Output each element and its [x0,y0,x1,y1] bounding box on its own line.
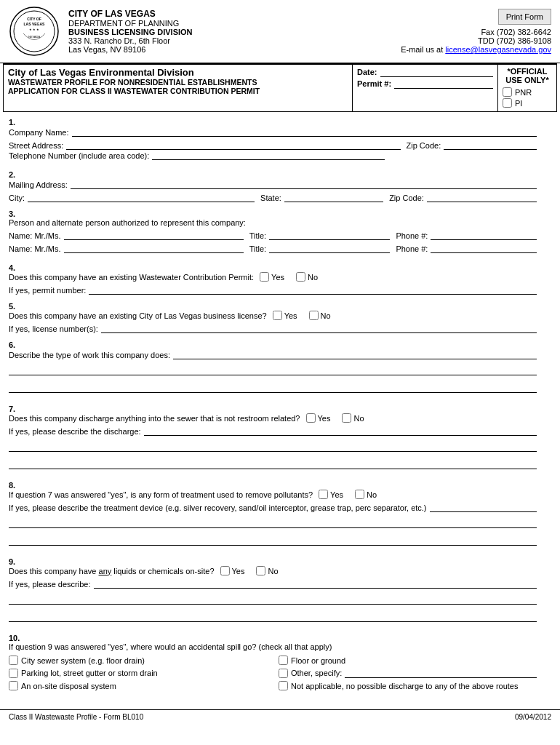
name1-field [64,230,244,240]
q7-extra-lines [9,439,537,469]
q9-yes-label: Yes [232,567,245,575]
q8-line-3 [9,533,537,546]
q5-yes-checkbox[interactable] [273,311,282,320]
svg-text:★ ★ ★: ★ ★ ★ [29,28,39,31]
q5-no-label: No [321,311,331,320]
q9-yesno-row: Does this company have any liquids or ch… [9,566,537,575]
phone-label: Telephone Number (include area code): [9,151,149,160]
q7-yes-checkbox[interactable] [306,413,316,423]
form-body: 1. Company Name: Street Address: Zip Cod… [0,112,560,704]
q5-options: Yes No [273,311,343,320]
svg-text:NEVADA: NEVADA [28,35,40,39]
q8-line-2 [9,515,537,528]
q10-cb3-label: An on-site disposal system [21,682,116,690]
q10-cb6-checkbox[interactable] [279,681,288,690]
q7-content: Does this company discharge anything int… [9,413,537,474]
street-label: Street Address: [9,141,63,150]
q4-yes-checkbox[interactable] [260,272,269,282]
q1-num: 1. [9,118,22,127]
phone-field [152,150,385,160]
q10-content: If question 9 was answered "yes", where … [9,642,537,690]
question-1: 1. Company Name: Street Address: Zip Cod… [9,118,551,163]
q8-yes-option: Yes [319,490,343,499]
q6-line-2 [9,362,537,375]
city-name: CITY OF LAS VEGAS [68,9,401,19]
state-field [284,192,383,202]
q10-cb5-checkbox[interactable] [279,669,288,678]
header-info: CITY OF LAS VEGAS DEPARTMENT OF PLANNING… [68,9,401,54]
name2-field [64,243,244,253]
email-link[interactable]: license@lasvegasnevada.gov [445,45,551,54]
phone1-field [431,230,537,240]
street-field [66,140,400,150]
question-8: 8. If question 7 was answered "yes", is … [9,481,551,550]
q10-cb3-checkbox[interactable] [9,681,18,690]
q9-options: Yes No [220,566,290,575]
date-label: Date: [357,68,377,76]
address-line: 333 N. Rancho Dr., 6th Floor [68,36,401,45]
question-5: 5. Does this company have an existing Ci… [9,302,551,333]
q10-cb1-checkbox[interactable] [9,656,18,665]
official-use-label: *OFFICIAL USE ONLY* [503,67,552,84]
print-button[interactable]: Print Form [498,9,551,25]
q6-describe-row: Describe the type of work this company d… [9,349,537,359]
footer-date: 09/04/2012 [515,713,551,721]
q9-describe-field [94,578,537,589]
q8-num: 8. [9,481,22,490]
q8-device-row: If yes, please describe the treatment de… [9,502,537,512]
q5-yes-option: Yes [273,311,297,320]
svg-point-0 [10,7,58,55]
svg-text:LAS VEGAS: LAS VEGAS [24,22,46,26]
phone1-field-group: Phone #: [396,230,537,240]
q10-cb5-item: Other, specify: [279,668,537,678]
q5-no-checkbox[interactable] [309,311,319,320]
company-label: Company Name: [9,128,69,137]
q5-license-row: If yes, license number(s): [9,323,537,333]
q6-extra-lines [9,362,537,393]
q8-text: If question 7 was answered "yes", is any… [9,490,313,499]
name1-label: Name: Mr./Ms. [9,231,61,240]
street-field-group: Street Address: [9,140,401,150]
title1-field [269,230,390,240]
q8-yes-checkbox[interactable] [319,490,328,499]
q10-cb3-item: An on-site disposal system [9,681,267,690]
q8-no-label: No [367,490,377,499]
q2-num: 2. [9,170,22,179]
pi-checkbox[interactable] [503,98,512,108]
q8-no-option: No [355,490,377,499]
title-section: City of Las Vegas Environmental Division… [3,63,557,112]
main-title: City of Las Vegas Environmental Division [8,67,348,78]
title-right: *OFFICIAL USE ONLY* PNR PI [498,65,556,111]
q7-no-checkbox[interactable] [342,413,351,423]
q9-extra-lines [9,591,537,622]
q5-yesno-row: Does this company have an existing City … [9,311,537,320]
q2-city-state-row: City: State: Zip Code: [9,192,537,202]
date-field [380,67,493,77]
q10-num: 10. [9,634,22,642]
q9-yes-checkbox[interactable] [220,566,230,575]
pnr-checkbox[interactable] [503,87,512,97]
zip2-field [427,192,537,202]
q10-cb4-checkbox[interactable] [279,656,288,665]
q9-no-checkbox[interactable] [256,566,265,575]
q5-yes-label: Yes [284,311,297,320]
q9-no-label: No [268,567,278,575]
citystate-line: Las Vegas, NV 89106 [68,45,401,54]
dept-name: DEPARTMENT OF PLANNING [68,19,401,28]
q4-no-checkbox[interactable] [296,272,305,282]
question-4: 4. Does this company have an existing Wa… [9,263,551,295]
city-label: City: [9,194,25,202]
q1-content: Company Name: Street Address: Zip Code: … [9,127,537,163]
q10-cb2-checkbox[interactable] [9,669,18,678]
q8-no-checkbox[interactable] [355,490,364,499]
date-row: Date: [357,67,493,77]
question-10: 10. If question 9 was answered "yes", wh… [9,634,551,690]
question-9: 9. Does this company have any liquids or… [9,557,551,626]
question-7: 7. Does this company discharge anything … [9,405,551,474]
q2-content: Mailing Address: City: State: Zip Code: [9,179,537,202]
q6-num: 6. [9,340,22,349]
state-field-group: State: [260,192,383,202]
header-contact: Print Form Fax (702) 382-6642 TDD (702) … [401,9,551,54]
q10-cb1-label: City sewer system (e.g. floor drain) [21,656,145,665]
zip2-field-group: Zip Code: [389,192,537,202]
